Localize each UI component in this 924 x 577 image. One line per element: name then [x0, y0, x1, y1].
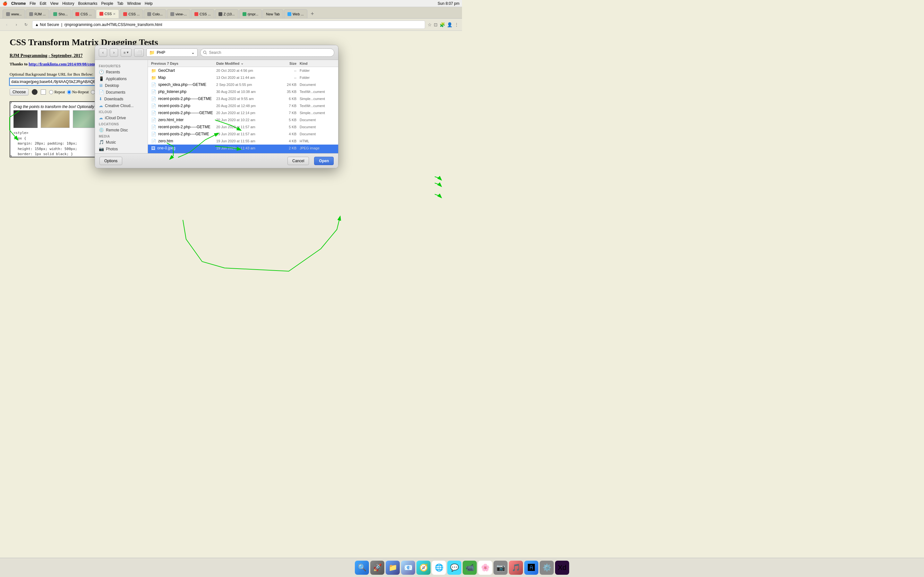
file-kind: Folder: [300, 69, 335, 73]
col-kind-header[interactable]: Kind: [300, 61, 335, 65]
tab-rjm[interactable]: RJM ...: [26, 9, 49, 18]
menu-right: Sun 8:07 pm: [438, 1, 459, 6]
cast-icon[interactable]: ⊡: [434, 22, 438, 27]
file-size: 4 KB: [274, 132, 300, 136]
no-repeat-label[interactable]: No-Repeat: [67, 90, 89, 95]
box-image-2: [41, 110, 69, 128]
extensions-icon[interactable]: 🧩: [439, 22, 445, 27]
menu-history[interactable]: History: [62, 1, 74, 6]
file-row[interactable]: 📄 recent-posts-2.php------GETME 23 Aug 2…: [148, 95, 338, 102]
sidebar-item-music[interactable]: 🎵 Music: [95, 139, 148, 145]
sidebar-item-photos[interactable]: 📷 Photos: [95, 145, 148, 152]
tab-css1[interactable]: CSS ...: [72, 9, 95, 18]
menu-view[interactable]: View: [50, 1, 58, 6]
tab-show[interactable]: Sho...: [50, 9, 71, 18]
file-date: 20 Oct 2020 at 4:56 pm: [216, 69, 274, 73]
handle-tl[interactable]: [10, 101, 11, 103]
sidebar-item-documents[interactable]: 📄 Documents: [95, 89, 148, 95]
account-icon[interactable]: 👤: [447, 22, 452, 27]
file-row[interactable]: 📁 GeoChart 20 Oct 2020 at 4:56 pm -- Fol…: [148, 67, 338, 74]
dialog-location[interactable]: 📁 PHP ⌄: [146, 48, 198, 57]
forward-button[interactable]: ›: [13, 21, 20, 28]
tab-newtab[interactable]: New Tab: [262, 9, 283, 18]
address-input[interactable]: [32, 21, 425, 29]
col-size-header[interactable]: Size: [274, 61, 300, 65]
file-row[interactable]: 📁 Map 13 Oct 2020 at 11:44 am -- Folder: [148, 74, 338, 81]
no-repeat-radio[interactable]: [67, 90, 71, 94]
contain-radio[interactable]: [91, 90, 95, 94]
tab-rjmpr[interactable]: rjmpr...: [239, 9, 262, 18]
file-date: 19 Jun 2020 at 11:55 am: [216, 139, 274, 143]
icloud-label: iCloud: [95, 109, 148, 114]
documents-label: Documents: [106, 90, 126, 95]
menu-edit[interactable]: Edit: [40, 1, 47, 6]
dialog-footer: Options Cancel Open: [95, 153, 338, 168]
sidebar-item-applications[interactable]: 📱 Applications: [95, 75, 148, 82]
location-text: PHP: [157, 50, 165, 55]
file-row[interactable]: 📄 recent-posts-2.php-----GETME 20 Jun 20…: [148, 123, 338, 131]
file-list-header: Previous 7 Days Date Modified ⌄ Size Kin…: [148, 60, 338, 67]
sidebar-item-desktop[interactable]: 🖥 Desktop: [95, 82, 148, 89]
options-button[interactable]: Options: [99, 157, 122, 165]
file-kind: Simple...cument: [300, 97, 335, 101]
file-row[interactable]: 📄 php_listener.php 30 Aug 2020 at 10:38 …: [148, 88, 338, 95]
file-row[interactable]: 📄 zero.htm 19 Jun 2020 at 11:55 am 4 KB …: [148, 137, 338, 145]
file-row[interactable]: 🖼 one-0.jpeg 19 Jun 2020 at 11:43 am 2 K…: [148, 145, 338, 152]
file-row[interactable]: 📄 recent-posts-2.php----GETME 19 Jun 202…: [148, 131, 338, 137]
tab-z10[interactable]: Z (10...: [215, 9, 238, 18]
file-row[interactable]: 📄 zero.html_inter 20 Jun 2020 at 10:22 a…: [148, 116, 338, 123]
menu-bookmarks[interactable]: Bookmarks: [78, 1, 97, 6]
tab-view[interactable]: view-...: [167, 9, 190, 18]
recents-label: Recents: [106, 70, 120, 74]
file-date: 13 Oct 2020 at 11:44 am: [216, 76, 274, 79]
menu-file[interactable]: File: [29, 1, 36, 6]
address-bar: ‹ › ↻ ☆ ⊡ 🧩 👤 ⋮: [0, 19, 462, 31]
open-button[interactable]: Open: [314, 157, 334, 165]
music-label: Music: [106, 140, 116, 145]
file-kind: Document: [300, 118, 335, 122]
dialog-forward-button[interactable]: ›: [110, 48, 118, 57]
file-row[interactable]: 📄 speech_idea.php----GETME 2 Sep 2020 at…: [148, 81, 338, 88]
dialog-new-folder-button[interactable]: ⬜: [134, 48, 144, 57]
dialog-view-button[interactable]: ≡ ▾: [121, 48, 132, 57]
tab-color[interactable]: Colo...: [144, 9, 166, 18]
menu-window[interactable]: Window: [127, 1, 141, 6]
sidebar-item-recents[interactable]: 🕐 Recents: [95, 69, 148, 75]
reload-button[interactable]: ↻: [23, 21, 29, 28]
box-image-1: [13, 110, 37, 128]
file-size: 5 KB: [274, 118, 300, 122]
tab-css3[interactable]: CSS ...: [191, 9, 214, 18]
cancel-button[interactable]: Cancel: [288, 157, 309, 165]
repeat-label[interactable]: Repeat: [49, 90, 65, 95]
menu-tab[interactable]: Tab: [117, 1, 123, 6]
file-row[interactable]: 📄 recent-posts-2.php-------GETME 20 Jun …: [148, 109, 338, 116]
back-button[interactable]: ‹: [3, 21, 10, 28]
tab-web[interactable]: Web ...: [284, 9, 307, 18]
bookmark-icon[interactable]: ☆: [428, 22, 432, 27]
menu-chrome[interactable]: Chrome: [11, 1, 26, 6]
menu-dots-icon[interactable]: ⋮: [454, 22, 459, 27]
col-name-header[interactable]: Previous 7 Days: [151, 61, 216, 65]
menu-people[interactable]: People: [102, 1, 113, 6]
dialog-search-input[interactable]: [200, 48, 334, 57]
menu-bar: 🍎 Chrome File Edit View History Bookmark…: [0, 0, 462, 7]
file-row[interactable]: 📄 recent-posts-2.php 20 Aug 2020 at 12:4…: [148, 102, 338, 109]
file-kind: HTML: [300, 139, 335, 143]
tab-www[interactable]: www...: [3, 9, 25, 18]
menu-help[interactable]: Help: [145, 1, 153, 6]
dialog-back-button[interactable]: ‹: [99, 48, 107, 57]
remote-disc-icon: 💿: [99, 127, 104, 132]
col-date-header[interactable]: Date Modified ⌄: [216, 61, 274, 65]
repeat-radio[interactable]: [49, 90, 53, 94]
light-square-icon: [41, 89, 46, 95]
sidebar-item-remote-disc[interactable]: 💿 Remote Disc: [95, 127, 148, 133]
tab-css2[interactable]: CSS ...: [120, 9, 143, 18]
tab-css-active[interactable]: CSS✕: [96, 9, 120, 18]
tab-add-button[interactable]: +: [308, 9, 317, 18]
apple-menu[interactable]: 🍎: [3, 1, 7, 6]
sidebar-item-creative-cloud[interactable]: ☁ Creative Cloud...: [95, 102, 148, 109]
media-label: Media: [95, 133, 148, 139]
choose-button[interactable]: Choose: [10, 89, 29, 95]
sidebar-item-downloads[interactable]: ⬇ Downloads: [95, 95, 148, 102]
sidebar-item-icloud-drive[interactable]: ☁ iCloud Drive: [95, 114, 148, 121]
